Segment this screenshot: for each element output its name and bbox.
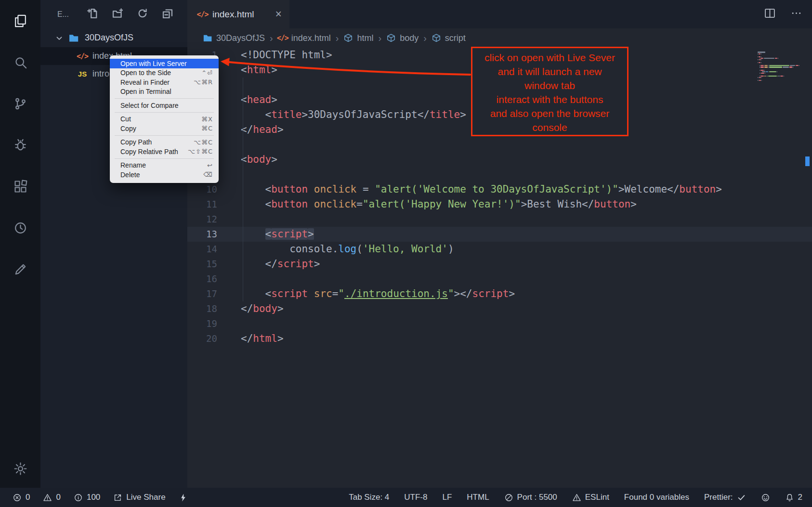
menu-item-delete[interactable]: Delete⌫ [110, 170, 219, 180]
activity-bar-top [9, 9, 32, 281]
menu-item-cut[interactable]: Cut⌘X [110, 115, 219, 124]
breadcrumb-item-body[interactable]: body [386, 33, 419, 43]
menu-separator [115, 112, 214, 113]
status-eslint[interactable]: ESLint [572, 493, 609, 502]
sidebar-action-new-folder[interactable] [112, 8, 123, 21]
menu-item-shortcut: ⌫ [204, 171, 213, 178]
code-line: 16 [187, 272, 812, 286]
status-encoding[interactable]: UTF-8 [404, 493, 427, 502]
annotation-line: click on open with Live Sever [485, 51, 615, 65]
code-token: > [630, 198, 637, 210]
menu-item-open-with-live-server[interactable]: Open with Live Server [110, 59, 219, 68]
status-notifications[interactable]: 2 [785, 493, 802, 502]
sidebar-action-new-file[interactable] [87, 8, 98, 21]
status-warnings[interactable]: 0 [43, 493, 60, 502]
activity-search[interactable] [9, 51, 32, 74]
close-icon[interactable]: × [275, 9, 282, 20]
minimap-segment [758, 80, 759, 81]
code-text [226, 167, 241, 182]
breadcrumb-separator: › [336, 33, 339, 44]
activity-explorer[interactable] [9, 9, 32, 32]
annotation-line: and also open the browser [490, 106, 610, 120]
status-tab-size[interactable]: Tab Size: 4 [349, 493, 389, 502]
menu-item-copy[interactable]: Copy⌘C [110, 124, 219, 133]
sidebar-action-collapse-all[interactable] [162, 8, 173, 21]
status-live-share-text: Live Share [126, 493, 165, 502]
activity-run-debug[interactable] [9, 133, 32, 156]
minimap-segment [762, 71, 766, 72]
code-text: <button onclick = "alert('Welcome to 30D… [226, 182, 722, 197]
sidebar-header: E... [40, 0, 187, 28]
tab-bar: </> index.html × [187, 0, 812, 28]
menu-item-open-to-the-side[interactable]: Open to the Side⌃⏎ [110, 68, 219, 78]
breadcrumb-item-script[interactable]: script [432, 33, 466, 43]
code-text: <head> [226, 92, 277, 107]
status-errors[interactable]: 0 [13, 493, 30, 502]
code-token: < [241, 94, 247, 105]
code-line: 11 <button onclick="alert('Happy New Yea… [187, 197, 812, 212]
activity-editing[interactable] [9, 258, 32, 281]
new-folder-icon [112, 8, 123, 19]
code-token: < [241, 154, 247, 165]
status-found-variables-text: Found 0 variables [624, 493, 689, 502]
code-token: "alert('Welcome to 30DaysOfJavaScript')" [375, 183, 618, 195]
search-icon [13, 55, 28, 70]
code-token: console. [241, 243, 338, 255]
code-token: head [253, 124, 277, 135]
activity-manage[interactable] [9, 457, 32, 480]
activity-timeline[interactable] [9, 216, 32, 239]
symbol-cube-icon [432, 33, 441, 43]
status-info-metric[interactable]: 100 [74, 493, 100, 502]
activity-extensions[interactable] [9, 175, 32, 198]
code-token: title [430, 109, 460, 120]
minimap-segment [760, 58, 763, 59]
menu-item-open-in-terminal[interactable]: Open in Terminal [110, 87, 219, 97]
menu-item-reveal-in-finder[interactable]: Reveal in Finder⌥⌘R [110, 78, 219, 87]
status-live-server-port[interactable]: Port : 5500 [504, 493, 557, 502]
code-token: > [277, 303, 284, 314]
annotation-box: click on open with Live Severand it will… [471, 47, 629, 136]
minimap-segment [768, 76, 777, 77]
code-line: 8<body> [187, 152, 812, 167]
annotation-line: window tab [524, 78, 575, 92]
status-live-share[interactable]: Live Share [113, 493, 165, 502]
line-number: 10 [187, 182, 226, 197]
breadcrumb-item-30daysofjs[interactable]: 30DaysOfJS [203, 33, 265, 43]
code-line: 13 <script> [187, 227, 812, 242]
status-quick-action[interactable] [179, 493, 188, 502]
activity-source-control[interactable] [9, 92, 32, 115]
status-language-mode[interactable]: HTML [467, 493, 489, 502]
annotation-line: interact with the buttons [497, 92, 603, 106]
status-found-variables[interactable]: Found 0 variables [624, 493, 689, 502]
code-token: <!DOCTYPE html> [241, 49, 332, 61]
minimap[interactable] [758, 52, 802, 81]
editor-action-more-actions[interactable] [790, 7, 802, 21]
tab-label: index.html [212, 9, 254, 20]
minimap-segment [789, 66, 792, 67]
sidebar-action-refresh[interactable] [137, 8, 148, 21]
tab-index-html[interactable]: </> index.html × [187, 0, 289, 28]
status-eol[interactable]: LF [442, 493, 452, 502]
menu-item-copy-path[interactable]: Copy Path⌥⌘C [110, 138, 219, 147]
minimap-segment [767, 76, 768, 77]
annotation-line: console [532, 120, 567, 134]
menu-item-copy-relative-path[interactable]: Copy Relative Path⌥⇧⌘C [110, 147, 219, 156]
breadcrumb-item-index-html[interactable]: </>index.html [278, 33, 331, 43]
code-token: ( [356, 243, 363, 255]
minimap-segment [761, 73, 764, 74]
code-token: html [253, 333, 277, 344]
line-number: 14 [187, 242, 226, 257]
tree-root-folder[interactable]: 30DaysOfJS [40, 28, 187, 47]
warning-icon [572, 493, 581, 502]
breadcrumb-item-html[interactable]: html [343, 33, 373, 43]
status-feedback[interactable] [761, 493, 770, 502]
code-token: = [356, 183, 375, 195]
status-prettier[interactable]: Prettier: [704, 493, 746, 502]
clock-icon [13, 221, 28, 235]
menu-item-rename[interactable]: Rename↩ [110, 161, 219, 170]
code-token [308, 183, 314, 195]
editor-action-split-editor[interactable] [764, 7, 776, 21]
menu-item-select-for-compare[interactable]: Select for Compare [110, 101, 219, 110]
edit-icon [13, 262, 28, 277]
minimap-segment [769, 71, 776, 72]
